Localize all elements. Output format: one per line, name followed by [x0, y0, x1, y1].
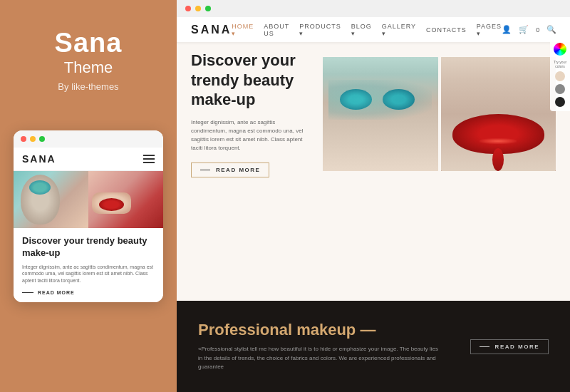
left-panel: Sana Theme By like-themes SANA Discover …	[0, 0, 177, 392]
swatch-dark[interactable]	[555, 97, 565, 107]
cart-count: 0	[536, 26, 539, 33]
nav-item-pages[interactable]: PAGES ▾	[477, 23, 502, 37]
desktop-navbar: SANA HOME ▾ ABOUT US PRODUCTS ▾ BLOG ▾ G…	[177, 17, 570, 43]
hamburger-icon[interactable]	[143, 155, 155, 163]
hero-heading: Discover your trendy beauty make-up	[191, 51, 312, 110]
swatch-grey[interactable]	[555, 84, 565, 94]
mobile-navbar: SANA	[14, 148, 163, 171]
bottom-heading: Professional makeup —	[198, 321, 443, 339]
try-colors-label: Try your colors	[553, 60, 567, 68]
hero-image-teal	[323, 57, 438, 171]
teal-glitter	[328, 80, 432, 120]
brand-byline: By like-themes	[55, 81, 123, 92]
mobile-image-teal	[14, 171, 88, 228]
mobile-logo: SANA	[22, 153, 56, 165]
hero-read-more-button[interactable]: READ MORE	[191, 163, 269, 177]
desktop-preview: SANA HOME ▾ ABOUT US PRODUCTS ▾ BLOG ▾ G…	[177, 17, 570, 301]
bottom-body: «Professional stylist tell me how beauti…	[198, 345, 443, 372]
nav-item-home[interactable]: HOME ▾	[232, 23, 254, 37]
mobile-read-more-link[interactable]: READ MORE	[22, 290, 155, 295]
bottom-read-more-button[interactable]: READ MORE	[470, 339, 549, 354]
dot-yellow	[30, 136, 36, 142]
mobile-browser-chrome	[14, 130, 163, 148]
mobile-text-section: Discover your trendy beauty make-up Inte…	[14, 228, 163, 302]
swatch-light[interactable]	[555, 71, 565, 81]
browser-dot-red	[185, 6, 191, 11]
browser-dot-yellow	[195, 6, 201, 11]
desktop-bottom-section: Professional makeup — «Professional styl…	[177, 301, 570, 392]
desktop-menu: HOME ▾ ABOUT US PRODUCTS ▾ BLOG ▾ GALLER…	[232, 23, 502, 37]
lips-gloss	[480, 138, 517, 144]
nav-item-gallery[interactable]: GALLERY ▾	[382, 23, 416, 37]
user-icon[interactable]: 👤	[502, 25, 512, 34]
nav-item-about[interactable]: ABOUT US	[264, 23, 289, 37]
brand-name: Sana	[55, 29, 123, 58]
mobile-preview-card: SANA Discover your trendy beauty make-up…	[14, 130, 163, 302]
teal-face-shape	[21, 175, 60, 225]
lips-face-shape	[92, 192, 131, 214]
right-panel: SANA HOME ▾ ABOUT US PRODUCTS ▾ BLOG ▾ G…	[177, 0, 570, 392]
browser-dot-green	[205, 6, 211, 11]
cart-icon[interactable]: 🛒	[519, 25, 529, 34]
brand-theme: Theme	[55, 58, 123, 77]
desktop-logo: SANA	[191, 24, 232, 36]
bottom-content: Professional makeup — «Professional styl…	[198, 321, 443, 372]
hero-images	[323, 57, 556, 171]
search-icon[interactable]: 🔍	[546, 25, 556, 34]
mobile-body: Integer dignissim, ante ac sagittis cond…	[22, 264, 155, 284]
color-wheel-icon[interactable]	[554, 43, 566, 56]
mobile-image-lips	[88, 171, 163, 228]
mobile-hero-images	[14, 171, 163, 228]
nav-item-blog[interactable]: BLOG ▾	[351, 23, 372, 37]
color-panel: Try your colors	[550, 38, 570, 111]
desktop-nav-icons: 👤 🛒 0 🔍	[502, 25, 556, 34]
desktop-hero: Discover your trendy beauty make-up Inte…	[177, 43, 570, 185]
hero-body: Integer dignissim, ante ac sagittis cond…	[191, 118, 312, 153]
browser-chrome	[177, 0, 570, 17]
nav-item-products[interactable]: PRODUCTS ▾	[299, 23, 341, 37]
nav-item-contacts[interactable]: CONTACTS	[426, 26, 467, 33]
mobile-heading: Discover your trendy beauty make-up	[22, 235, 155, 259]
hero-image-lips	[441, 57, 556, 171]
dot-green	[39, 136, 45, 142]
dot-red	[21, 136, 26, 142]
hero-text-block: Discover your trendy beauty make-up Inte…	[191, 57, 312, 171]
